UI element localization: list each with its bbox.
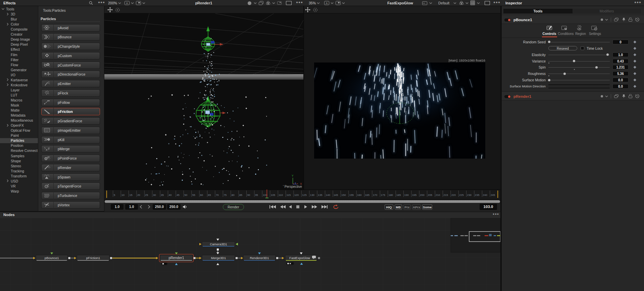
svg-text:205: 205 bbox=[428, 194, 433, 197]
svg-text:125: 125 bbox=[302, 194, 307, 197]
svg-text:60: 60 bbox=[200, 194, 203, 197]
svg-text:120: 120 bbox=[294, 194, 299, 197]
svg-text:230: 230 bbox=[467, 194, 472, 197]
svg-text:155: 155 bbox=[349, 194, 354, 197]
svg-text:A: A bbox=[126, 2, 128, 5]
svg-text:170: 170 bbox=[373, 194, 378, 197]
svg-text:z: z bbox=[295, 181, 296, 185]
svg-text:145: 145 bbox=[334, 194, 338, 197]
svg-text:25: 25 bbox=[145, 194, 148, 197]
svg-text:20: 20 bbox=[137, 194, 140, 197]
svg-text:215: 215 bbox=[444, 194, 448, 197]
svg-text:5: 5 bbox=[114, 194, 115, 197]
svg-text:Camera3D1: Camera3D1 bbox=[210, 242, 227, 246]
svg-text:135: 135 bbox=[318, 194, 323, 197]
svg-text:190: 190 bbox=[404, 194, 409, 197]
svg-text:225: 225 bbox=[459, 194, 464, 197]
svg-text:130: 130 bbox=[310, 194, 315, 197]
svg-text:140: 140 bbox=[326, 194, 331, 197]
svg-text:Settings: Settings bbox=[589, 32, 601, 36]
svg-text:150: 150 bbox=[341, 194, 346, 197]
svg-text:35: 35 bbox=[161, 194, 164, 197]
svg-text:90: 90 bbox=[247, 194, 250, 197]
svg-text:Y: Y bbox=[292, 174, 294, 177]
svg-text:165: 165 bbox=[365, 194, 370, 197]
svg-text:45: 45 bbox=[177, 194, 180, 197]
svg-text:Renderer3D1: Renderer3D1 bbox=[250, 256, 269, 260]
svg-text:220: 220 bbox=[451, 194, 456, 197]
svg-text:pRender1: pRender1 bbox=[168, 256, 184, 260]
svg-text:Controls: Controls bbox=[542, 32, 556, 36]
svg-text:240: 240 bbox=[483, 194, 488, 197]
svg-text:110: 110 bbox=[279, 194, 283, 197]
svg-text:15: 15 bbox=[130, 194, 133, 197]
svg-text:105: 105 bbox=[271, 194, 276, 197]
svg-text:Region: Region bbox=[575, 32, 586, 36]
svg-text:85: 85 bbox=[239, 194, 242, 197]
svg-text:Conditions: Conditions bbox=[558, 32, 574, 36]
svg-text:FastExpoGlow: FastExpoGlow bbox=[289, 256, 310, 260]
svg-text:235: 235 bbox=[475, 194, 480, 197]
svg-text:75: 75 bbox=[224, 194, 227, 197]
svg-text:70: 70 bbox=[216, 194, 219, 197]
svg-text:245: 245 bbox=[491, 194, 495, 197]
svg-text:95: 95 bbox=[255, 194, 258, 197]
svg-text:10: 10 bbox=[121, 194, 125, 197]
svg-text:80: 80 bbox=[232, 194, 235, 197]
svg-text:pBounce1: pBounce1 bbox=[45, 256, 59, 260]
svg-text:180: 180 bbox=[389, 194, 393, 197]
svg-text:185: 185 bbox=[396, 194, 401, 197]
svg-text:50: 50 bbox=[184, 194, 187, 197]
svg-text:pFriction1: pFriction1 bbox=[86, 256, 100, 260]
svg-text:210: 210 bbox=[436, 194, 440, 197]
svg-text:175: 175 bbox=[381, 194, 385, 197]
svg-text:200: 200 bbox=[420, 194, 425, 197]
svg-text:’ Perspective: ’ Perspective bbox=[283, 185, 302, 189]
svg-text:A: A bbox=[326, 2, 328, 5]
svg-text:55: 55 bbox=[192, 194, 195, 197]
svg-text:40: 40 bbox=[169, 194, 172, 197]
svg-text:195: 195 bbox=[412, 194, 417, 197]
svg-text:115: 115 bbox=[287, 194, 291, 197]
svg-text:[Main]: 1920x1080 float16: [Main]: 1920x1080 float16 bbox=[449, 58, 485, 62]
svg-text:30: 30 bbox=[153, 194, 156, 197]
svg-text:Merge3D1: Merge3D1 bbox=[211, 256, 226, 260]
svg-text:65: 65 bbox=[208, 194, 211, 197]
svg-text:160: 160 bbox=[357, 194, 362, 197]
